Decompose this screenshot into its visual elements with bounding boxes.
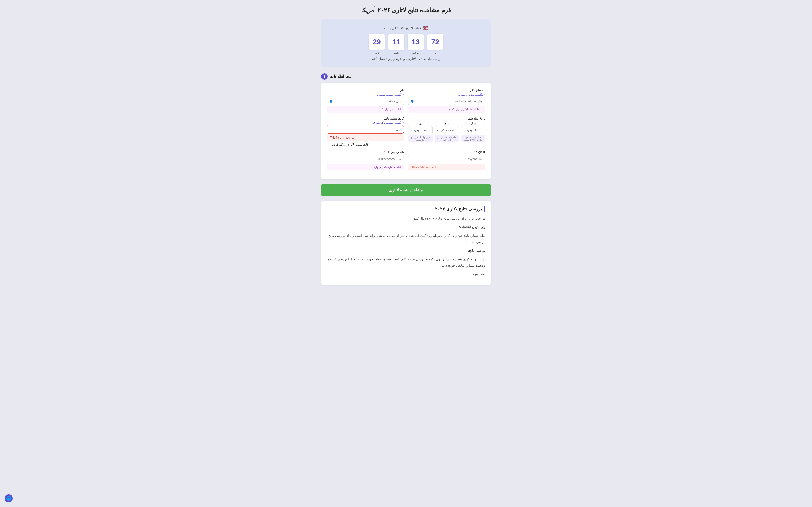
year-select[interactable]: انتخاب بکنید [461,126,485,134]
lastname-error: لطفاً نام خانوادگی را وارد کنید. [408,106,485,113]
countdown-minutes: 11 دقیقه [388,34,404,54]
globe-icon[interactable]: 🌐 [5,494,13,502]
countdown-box: 🇺🇸 جواب لاتاری ۲۰۲۶ کی میاد ؟ 29 ثانیه 1… [321,19,491,67]
countdown-seconds: 29 ثانیه [369,34,385,54]
countdown-description: برای مشاهده نتیجه لاتاری خود فرم زیر را … [326,57,486,61]
phone-input[interactable] [327,155,404,163]
results-step4: پس از وارد کردن شماره تأیید، بر روی دکمه… [327,256,485,269]
dvyear-label: dvyear [476,150,485,154]
conf-checkbox[interactable] [327,143,330,146]
section-title: ثبت اطلاعات [330,74,352,79]
dvyear-error: This field is required. [408,164,485,170]
day-select[interactable]: انتخاب بکنید [408,126,433,134]
phone-label: شماره موبایل [387,150,404,154]
name-sublabel: * انگلیسی مطابق پاسپورت [327,93,404,96]
section-header: ثبت اطلاعات 1 [321,73,491,80]
results-content: مراحل زیر را برای بررسی نتایج لاتاری ۲۰۲… [327,215,485,277]
year-label: سال [461,122,485,125]
flag-icon: 🇺🇸 [423,26,428,30]
birthdate-group: تاریخ تولد شما * سال انتخاب بکنید ▼ سال [408,116,485,142]
results-step5: نکات مهم: [327,271,485,277]
month-hint: ماه تولد باید بین 1 و 12 باشد. [435,135,459,142]
dvyear-required: * [473,150,475,154]
day-label: روز [408,122,433,125]
birthdate-label: تاریخ تولد شما [468,117,485,120]
lastname-sublabel: * انگلیسی مطابق پاسپورت [408,93,485,96]
month-select[interactable]: انتخاب بکنید [435,126,459,134]
name-input[interactable] [327,97,404,106]
lastname-group: نام خانوادگی * انگلیسی مطابق پاسپورت 👤 ل… [408,88,485,113]
person-icon-name: 👤 [329,100,333,103]
conf-sublabel: * انگلیسی مطابق برگه ثبت نام [327,121,404,124]
conf-group: کانفرمیشن نامبر * انگلیسی مطابق برگه ثبت… [327,116,404,146]
results-title: بررسی نتایج لاتاری ۲۰۲۶ [327,206,485,212]
month-group: ماه انتخاب بکنید ▼ ماه تولد باید بین 1 و… [435,122,459,142]
dvyear-input[interactable] [408,155,485,163]
countdown-hours: 13 ساعت [408,34,424,54]
section-badge: 1 [321,73,327,80]
phone-error: لطفاً شماره تلفن را وارد کنید. [327,164,404,170]
results-step2: لطفاً شماره تأیید خود را در کادر مربوطه … [327,232,485,245]
countdown-days: 72 روز [427,34,443,54]
phone-group: شماره موبایل * لطفاً شماره تلفن را وارد … [327,150,404,170]
countdown-question: 🇺🇸 جواب لاتاری ۲۰۲۶ کی میاد ؟ [326,25,486,31]
name-label: نام [400,89,404,92]
results-step1: وارد کردن اطلاعات: [327,224,485,230]
results-intro: مراحل زیر را برای بررسی نتایج لاتاری ۲۰۲… [327,215,485,222]
name-error: لطفاً نام را وارد کنید. [327,106,404,113]
phone-required: * [384,150,386,154]
conf-label: کانفرمیشن نامبر [383,117,404,120]
person-icon: 👤 [411,100,414,103]
page-title: فرم مشاهده نتایج لاتاری ۲۰۲۶ آمریکا [321,7,491,14]
results-section: بررسی نتایج لاتاری ۲۰۲۶ مراحل زیر را برا… [321,201,491,285]
conf-checkbox-row: کانفرمیشن لاتاری رو گم کردم [327,143,404,146]
conf-input[interactable] [327,125,404,133]
dvyear-group: dvyear * This field is required. [408,150,485,170]
day-hint: روز تولد باید بین 1 و 31 باشد. [408,135,433,142]
countdown-numbers: 29 ثانیه 11 دقیقه 13 ساعت 72 روز [326,34,486,54]
name-group: نام * انگلیسی مطابق پاسپورت 👤 لطفاً نام … [327,88,404,113]
year-group: سال انتخاب بکنید ▼ سال تولد باید بین 131… [461,122,485,142]
lastname-label: نام خانوادگی [469,89,485,92]
birthdate-required: * [465,116,466,120]
submit-button[interactable]: مشاهده نتیجه لاتاری [321,184,491,196]
conf-error: This field is required. [327,134,404,141]
lastname-input[interactable] [408,97,485,106]
results-step3: بررسی نتایج: [327,247,485,254]
conf-checkbox-label: کانفرمیشن لاتاری رو گم کردم [332,143,368,146]
month-label: ماه [435,122,459,125]
form-card: نام خانوادگی * انگلیسی مطابق پاسپورت 👤 ل… [321,83,491,179]
year-hint: سال تولد باید بین 1310 و 1403 باشد. [461,135,485,142]
day-group: روز انتخاب بکنید ▼ روز تولد باید بین 1 و… [408,122,433,142]
